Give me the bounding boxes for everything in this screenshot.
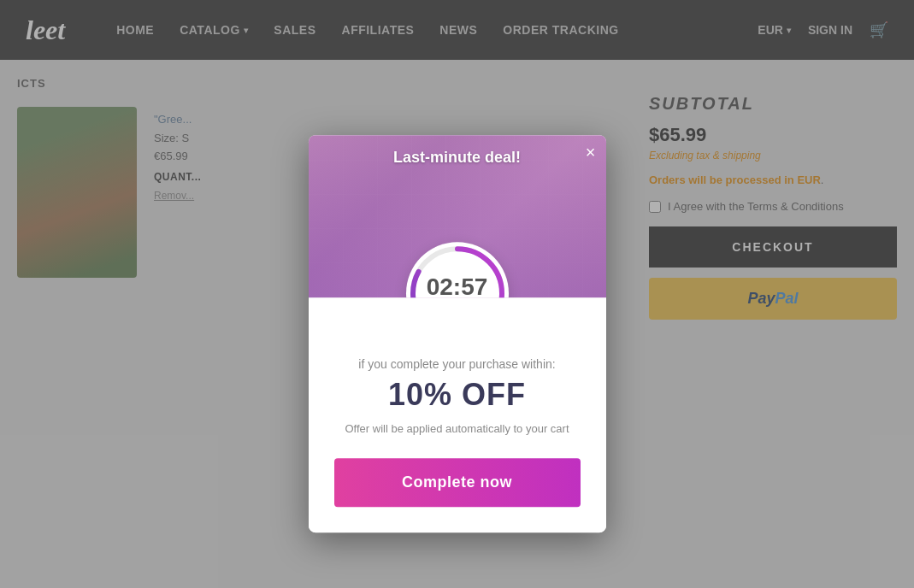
complete-now-button[interactable]: Complete now — [334, 458, 581, 507]
timer-inner: 02:57 MINS — [427, 275, 488, 297]
if-text: if you complete your purchase within: — [334, 357, 581, 371]
timer-circle: 02:57 MINS — [406, 242, 509, 297]
modal-header: Last-minute deal! × — [309, 135, 606, 297]
offer-text: Offer will be applied automatically to y… — [334, 420, 581, 438]
timer-time: 02:57 — [427, 275, 488, 297]
discount-text: 10% OFF — [334, 379, 581, 410]
modal-title: Last-minute deal! — [393, 149, 521, 167]
deal-modal: Last-minute deal! × — [309, 135, 606, 532]
timer-container: 02:57 MINS — [406, 242, 509, 297]
modal-body: if you complete your purchase within: 10… — [309, 297, 606, 532]
modal-close-button[interactable]: × — [586, 144, 596, 161]
